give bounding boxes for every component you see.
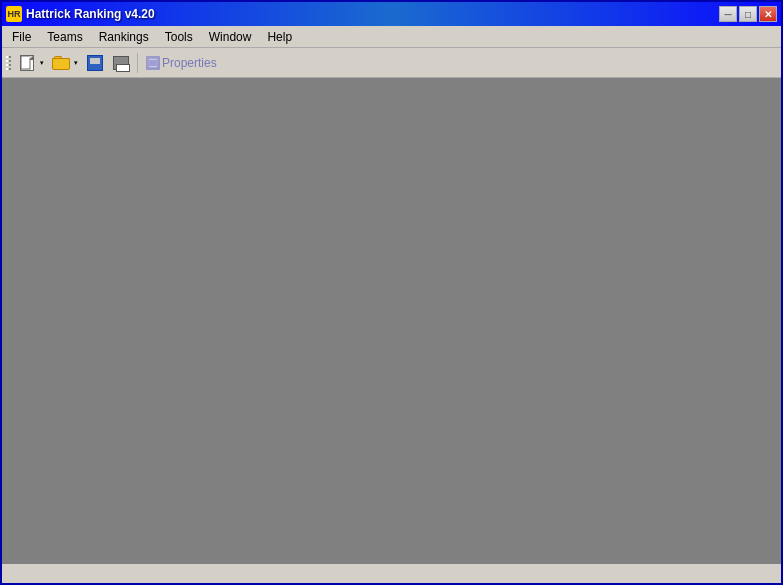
properties-label: Properties [162, 56, 217, 70]
properties-icon [146, 56, 160, 70]
menu-file[interactable]: File [4, 28, 39, 46]
minimize-button[interactable]: ─ [719, 6, 737, 22]
menu-bar: File Teams Rankings Tools Window Help [2, 26, 781, 48]
open-button[interactable] [49, 52, 71, 74]
grip-dot [9, 68, 11, 70]
new-dropdown-button[interactable]: ▾ [37, 52, 47, 74]
maximize-button[interactable]: □ [739, 6, 757, 22]
svg-marker-1 [30, 56, 33, 59]
grip-dot [6, 56, 8, 58]
properties-button[interactable]: Properties [142, 52, 221, 74]
grip-dot [6, 68, 8, 70]
new-document-icon [20, 55, 34, 71]
dropdown-arrow-icon: ▾ [74, 59, 78, 67]
main-window: HR Hattrick Ranking v4.20 ─ □ ✕ File Tea… [0, 0, 783, 585]
title-bar: HR Hattrick Ranking v4.20 ─ □ ✕ [2, 2, 781, 26]
toolbar-separator [137, 53, 138, 73]
app-icon: HR [6, 6, 22, 22]
close-button[interactable]: ✕ [759, 6, 777, 22]
new-button[interactable] [15, 52, 37, 74]
save-icon [87, 55, 103, 71]
menu-teams[interactable]: Teams [39, 28, 90, 46]
folder-icon [52, 56, 70, 70]
open-dropdown-button[interactable]: ▾ [71, 52, 81, 74]
menu-rankings[interactable]: Rankings [91, 28, 157, 46]
new-button-group: ▾ [15, 52, 47, 74]
toolbar: ▾ ▾ [2, 48, 781, 78]
open-button-group: ▾ [49, 52, 81, 74]
menu-help[interactable]: Help [259, 28, 300, 46]
status-bar [2, 563, 781, 583]
main-content-area [2, 78, 781, 563]
print-button[interactable] [109, 52, 133, 74]
svg-rect-0 [21, 56, 30, 69]
dropdown-arrow-icon: ▾ [40, 59, 44, 67]
grip-dot [9, 60, 11, 62]
print-icon [113, 56, 129, 70]
toolbar-grip [6, 51, 11, 75]
window-title: Hattrick Ranking v4.20 [26, 7, 155, 21]
grip-dot [9, 56, 11, 58]
save-button[interactable] [83, 52, 107, 74]
title-bar-buttons: ─ □ ✕ [719, 6, 777, 22]
grip-dot [6, 64, 8, 66]
grip-dot [9, 64, 11, 66]
menu-tools[interactable]: Tools [157, 28, 201, 46]
menu-window[interactable]: Window [201, 28, 260, 46]
title-bar-left: HR Hattrick Ranking v4.20 [6, 6, 155, 22]
grip-dot [6, 60, 8, 62]
